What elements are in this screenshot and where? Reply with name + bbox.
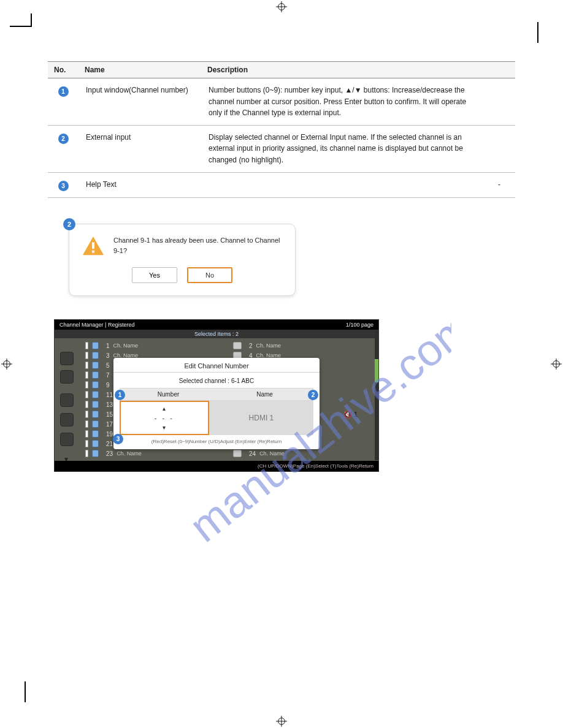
cm-footer: (CH UP/DOWN)Page (En)Select (T)Tools (Re… (55, 461, 378, 471)
category-tile[interactable] (60, 433, 74, 446)
registration-mark-icon (276, 716, 287, 727)
crop-mark (10, 26, 32, 34)
channel-row[interactable] (82, 351, 102, 360)
row-bullet: 3 (58, 181, 69, 191)
edit-channel-dialog: Edit Channel Number Selected channel : 6… (113, 358, 320, 449)
crop-mark (25, 681, 26, 702)
channel-row[interactable] (82, 360, 102, 370)
callout-3: 3 (113, 434, 123, 444)
cm-title: Channel Manager | Registered (59, 322, 134, 328)
channel-row[interactable] (229, 449, 245, 458)
channel-row[interactable] (82, 409, 102, 419)
number-value: - - - (155, 414, 174, 422)
dialog-badge: 2 (63, 218, 75, 230)
channel-row[interactable]: 1 Ch. Name (102, 341, 229, 351)
col-desc: Description (201, 62, 483, 78)
table-row: 1 Input window(Channel number) Number bu… (48, 78, 515, 126)
chevron-up-icon[interactable]: ▴ (163, 405, 166, 412)
cm-selected-items: Selected Items : 2 (55, 330, 378, 338)
chevron-down-icon[interactable]: ▼ (63, 456, 69, 463)
dialog-message: Channel 9-1 has already been use. Channe… (113, 235, 283, 256)
channel-row[interactable] (82, 449, 102, 458)
channel-row[interactable] (82, 400, 102, 409)
category-tile[interactable] (60, 393, 74, 407)
crop-mark (537, 22, 538, 43)
callout-2: 2 (308, 390, 318, 400)
yes-button[interactable]: Yes (132, 267, 177, 283)
chevron-down-icon[interactable]: ▾ (163, 424, 166, 431)
channel-row[interactable] (82, 390, 102, 400)
row-name: External input (79, 125, 201, 172)
edit-selected: Selected channel : 6-1 ABC (113, 373, 320, 388)
channel-row[interactable] (82, 419, 102, 429)
row-desc: Display selected channel or External Inp… (201, 125, 483, 172)
registration-mark-icon (551, 358, 562, 370)
svg-rect-14 (92, 251, 94, 253)
registration-mark-icon (1, 358, 12, 370)
description-table: No. Name Description 1 Input window(Chan… (48, 61, 515, 198)
table-row: 3 Help Text - (48, 172, 515, 198)
col-name-header: Name (216, 389, 313, 400)
row-bullet: 1 (58, 86, 69, 97)
channel-row[interactable] (82, 370, 102, 380)
row-dash: - (483, 172, 515, 198)
channel-row[interactable] (82, 439, 102, 449)
channel-manager: Channel Manager | Registered 1/100 page … (54, 319, 379, 472)
row-bullet: 2 (58, 134, 69, 144)
channel-row[interactable]: 24 Ch. Name (245, 449, 372, 458)
edit-title: Edit Channel Number (113, 358, 320, 373)
channel-row[interactable]: 2 Ch. Name (245, 341, 372, 351)
no-button[interactable]: No (187, 267, 232, 283)
category-tile[interactable] (60, 352, 74, 365)
category-tile[interactable] (60, 413, 74, 427)
registration-mark-icon (276, 1, 287, 12)
row-name: Help Text (79, 172, 201, 198)
row-name: Input window(Channel number) (79, 78, 201, 126)
col-no: No. (48, 62, 79, 78)
edit-hints: 3 (Red)Reset (0~9)Number (U/D)Adjust (En… (113, 435, 320, 446)
confirm-dialog: 2 Channel 9-1 has already been use. Chan… (69, 224, 296, 296)
mute-icon: 🔇 1 (343, 411, 358, 419)
channel-row[interactable] (82, 429, 102, 439)
channel-row[interactable] (82, 380, 102, 390)
warning-icon (82, 235, 105, 256)
table-row: 2 External input Display selected channe… (48, 125, 515, 172)
channel-row[interactable] (229, 341, 245, 351)
col-number-header: Number (120, 389, 216, 400)
col-name: Name (79, 62, 201, 78)
cm-page: 1/100 page (346, 322, 373, 328)
number-input[interactable]: ▴ - - - ▾ (120, 401, 209, 435)
category-tile[interactable] (60, 370, 74, 384)
channel-row[interactable]: 23 Ch. Name (102, 449, 229, 458)
name-display: HDMI 1 (209, 401, 313, 435)
svg-rect-13 (92, 243, 94, 249)
channel-row[interactable] (82, 341, 102, 351)
scrollbar[interactable] (375, 331, 378, 460)
row-desc: Number buttons (0~9): number key input, … (201, 78, 483, 126)
